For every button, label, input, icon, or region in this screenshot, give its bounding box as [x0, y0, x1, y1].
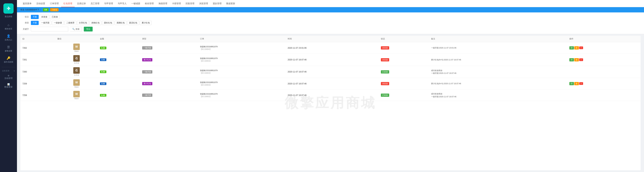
- status-badge: 已发放: [381, 70, 389, 73]
- type-btn-onejoin[interactable]: 一级参团: [52, 21, 64, 25]
- sidebar-item-user[interactable]: 👤 应用入口: [0, 32, 17, 43]
- nav-seafan[interactable]: 海报管理: [156, 0, 170, 7]
- cell-status: 已发放: [379, 90, 429, 101]
- cell-time: 2020-11-07 16:07:46: [286, 78, 379, 90]
- type-btn-share[interactable]: 分享红包: [77, 21, 89, 25]
- nav-activity[interactable]: 活动设置: [34, 0, 48, 7]
- remark-text: 累计红包(N=5):2020-11-07 16:07:46: [431, 82, 565, 85]
- order-user: 张蓝蛙/15318951079: [200, 81, 284, 84]
- nav-redpacket[interactable]: 红包管理: [61, 0, 75, 7]
- cell-status: 已发放: [379, 66, 429, 78]
- avatar-name: Water: [74, 98, 79, 100]
- remark-text: 累计红包(N=5):2020-11-07 16:07:46: [431, 58, 565, 61]
- nav-dataupdate[interactable]: 数据更新: [224, 0, 238, 7]
- params-icon: ☰: [7, 45, 10, 49]
- cell-avatar: W Water: [55, 78, 98, 90]
- cell-order: 张蓝蛙/15318951079【ID:10003】: [198, 66, 286, 78]
- sidebar-divider: [2, 67, 15, 67]
- op-btn-0[interactable]: 详: [569, 46, 574, 49]
- cell-remark: 一级开团:2020-11-07 23:01:06: [429, 42, 567, 54]
- cell-avatar: 石 石河龙: [55, 54, 98, 66]
- sidebar-item-home[interactable]: ⌂ 模块首页: [0, 21, 17, 32]
- type-btn-all[interactable]: 不限: [31, 21, 39, 25]
- sidebar-item-params[interactable]: ☰ 参数设置: [0, 43, 17, 54]
- sidebar-item-activity[interactable]: ⚙ 活动管理: [0, 73, 17, 81]
- table-row: 7260 石 石河龙 0.40一般开团张蓝蛙/15318951079【ID:10…: [20, 66, 640, 78]
- col-status: 状态: [379, 36, 429, 42]
- cell-id: 7260: [20, 66, 55, 78]
- sidebar: ✈ 新品拼团 ⌂ 模块首页 👤 应用入口 ☰ 参数设置 🔑 操作员权限 业务菜单…: [0, 0, 17, 172]
- filter-bar-label: 筛选 当前搜索条件下：: [20, 8, 41, 11]
- order-id: 【ID:10003】: [200, 72, 284, 74]
- collapse-icon[interactable]: ∨: [14, 70, 15, 72]
- cell-remark: 累计红包(N=5):2020-11-07 16:07:46: [429, 54, 567, 66]
- cell-amount: 3.05: [98, 54, 140, 66]
- status-badge: 未发放: [381, 82, 389, 85]
- sidebar-item-roles-label: 操作员权限: [4, 61, 13, 63]
- search-button[interactable]: 🔍 搜索: [70, 27, 82, 32]
- nav-mapingin[interactable]: 马甲导入: [115, 0, 129, 7]
- type-btn-full[interactable]: 团长红包: [102, 21, 114, 25]
- avatar-name: Water: [74, 50, 79, 52]
- cell-type: 一般开团: [140, 66, 198, 78]
- nav-refund[interactable]: 退款管理: [210, 0, 224, 7]
- cell-remark: 累计红包(N=5):2020-11-07 16:07:46: [429, 78, 567, 90]
- sidebar-item-roles[interactable]: 🔑 操作员权限: [0, 54, 17, 65]
- status-btn-unsent[interactable]: 未发放: [39, 15, 49, 19]
- status-btn-sent[interactable]: 已发放: [50, 15, 60, 19]
- nav-fans[interactable]: 粉丝管理: [142, 0, 156, 7]
- col-amount: 金额: [98, 36, 140, 42]
- op-btn-1[interactable]: 改: [574, 58, 579, 61]
- op-btn-1[interactable]: 改: [574, 46, 579, 49]
- nav-revert[interactable]: 回复管理: [183, 0, 197, 7]
- search-input[interactable]: [31, 27, 68, 32]
- nav-card[interactable]: 卡密管理: [170, 0, 183, 7]
- cell-amount: 0.40: [98, 66, 140, 78]
- type-btn-tworecom[interactable]: 二级推荐: [64, 21, 76, 25]
- avatar-name: 石河龙: [74, 62, 79, 64]
- sidebar-item-data[interactable]: 📊 数据更新: [0, 81, 17, 90]
- status-btn-all[interactable]: 不限: [31, 15, 39, 19]
- order-id: 【ID:10003】: [200, 60, 284, 62]
- status-filter-row: 状态 不限 未发放 已发放: [20, 15, 640, 19]
- cell-order: 张蓝蛙/15318951079【ID:10004】: [198, 42, 286, 54]
- sidebar-item-activity-label: 活动管理: [4, 77, 12, 80]
- keyword-filter-row: 关键字 🔍 搜索 导出: [20, 27, 640, 32]
- nav-maping[interactable]: 马甲管理: [102, 0, 115, 7]
- op-btn-2[interactable]: ×: [579, 58, 583, 61]
- cell-status: 未发放: [379, 78, 429, 90]
- filter-tag-count: 5单: [43, 8, 48, 11]
- nav-transaction[interactable]: 交易记录: [75, 0, 88, 7]
- op-btn-2[interactable]: ×: [579, 46, 583, 49]
- nav-employee[interactable]: 员工管理: [88, 0, 102, 7]
- type-btn-cumulative[interactable]: 累计红包: [140, 21, 152, 25]
- op-btn-1[interactable]: 改: [574, 82, 579, 85]
- nav-back[interactable]: 返回菜单: [20, 0, 34, 7]
- op-btn-0[interactable]: 详: [569, 58, 574, 61]
- type-btn-manytest[interactable]: 满测红包: [115, 21, 126, 25]
- cell-amount: 0.40: [98, 90, 140, 101]
- brand-label: 新品拼团: [5, 15, 12, 18]
- op-btn-2[interactable]: ×: [579, 82, 583, 85]
- nav-oneclick[interactable]: 一键成团: [129, 0, 142, 7]
- col-wechat: 微信: [55, 36, 98, 42]
- nav-order[interactable]: 订单管理: [48, 0, 61, 7]
- avatar: W: [73, 44, 80, 50]
- sidebar-item-user-label: 应用入口: [5, 39, 12, 41]
- cell-avatar: W Water: [55, 42, 98, 54]
- order-id: 【ID:10003】: [200, 95, 284, 98]
- amount-badge: 3.05: [100, 82, 106, 85]
- type-btn-pingou[interactable]: 拼购红包: [90, 21, 102, 25]
- order-user: 张蓝蛙/15318951079: [200, 57, 284, 60]
- order-id: 【ID:10003】: [200, 84, 284, 86]
- nav-browser[interactable]: 浏览管理: [197, 0, 210, 7]
- cell-time: 2020-11-07 16:07:46: [286, 54, 379, 66]
- cell-order: 张蓝蛙/15318951079【ID:10003】: [198, 54, 286, 66]
- col-ops: 操作: [567, 36, 640, 42]
- remark-text: 一级开团:2020-11-07 23:01:06: [431, 46, 565, 49]
- amount-badge: 0.40: [100, 47, 106, 49]
- type-btn-groupteam[interactable]: 团员红包: [127, 21, 139, 25]
- type-btn-oneopen[interactable]: 一级开团: [39, 21, 51, 25]
- op-btn-0[interactable]: 详: [569, 82, 574, 85]
- export-button[interactable]: 导出: [84, 27, 93, 32]
